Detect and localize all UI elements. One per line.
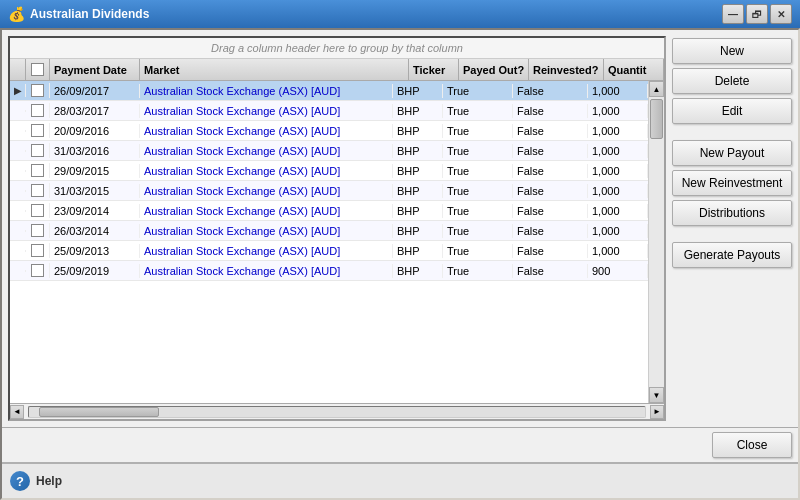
- row-checkbox[interactable]: [31, 164, 44, 177]
- edit-button[interactable]: Edit: [672, 98, 792, 124]
- scroll-down-button[interactable]: ▼: [649, 387, 664, 403]
- row-reinvest: False: [513, 184, 588, 198]
- row-checkbox-cell[interactable]: [26, 203, 50, 218]
- title-bar-controls: — 🗗 ✕: [722, 4, 792, 24]
- close-button[interactable]: Close: [712, 432, 792, 458]
- grid-body[interactable]: ▶ 26/09/2017 Australian Stock Exchange (…: [10, 81, 648, 403]
- col-header-date[interactable]: Payment Date: [50, 59, 140, 80]
- row-arrow-icon: ▶: [14, 85, 22, 96]
- scroll-right-button[interactable]: ►: [650, 405, 664, 419]
- scroll-track[interactable]: [649, 97, 664, 387]
- new-payout-button[interactable]: New Payout: [672, 140, 792, 166]
- row-checkbox-cell[interactable]: [26, 103, 50, 118]
- scroll-left-button[interactable]: ◄: [10, 405, 24, 419]
- minimize-button[interactable]: —: [722, 4, 744, 24]
- col-header-reinvest[interactable]: Reinvested?: [529, 59, 604, 80]
- help-icon: ?: [10, 471, 30, 491]
- col-header-indicator[interactable]: [10, 59, 26, 80]
- row-checkbox[interactable]: [31, 224, 44, 237]
- row-checkbox[interactable]: [31, 244, 44, 257]
- row-reinvest: False: [513, 264, 588, 278]
- table-row[interactable]: 20/09/2016 Australian Stock Exchange (AS…: [10, 121, 648, 141]
- row-ticker: BHP: [393, 84, 443, 98]
- table-row[interactable]: 29/09/2015 Australian Stock Exchange (AS…: [10, 161, 648, 181]
- row-checkbox-cell[interactable]: [26, 183, 50, 198]
- row-checkbox-cell[interactable]: [26, 243, 50, 258]
- row-reinvest: False: [513, 124, 588, 138]
- row-market: Australian Stock Exchange (ASX) [AUD]: [140, 204, 393, 218]
- table-row[interactable]: 25/09/2013 Australian Stock Exchange (AS…: [10, 241, 648, 261]
- restore-button[interactable]: 🗗: [746, 4, 768, 24]
- table-row[interactable]: ▶ 26/09/2017 Australian Stock Exchange (…: [10, 81, 648, 101]
- help-bar: ? Help: [2, 462, 798, 498]
- col-header-quantity[interactable]: Quantit: [604, 59, 664, 80]
- row-payout: True: [443, 104, 513, 118]
- generate-payouts-button[interactable]: Generate Payouts: [672, 242, 792, 268]
- row-checkbox-cell[interactable]: [26, 83, 50, 98]
- row-reinvest: False: [513, 244, 588, 258]
- row-date: 25/09/2013: [50, 244, 140, 258]
- row-payout: True: [443, 264, 513, 278]
- scroll-thumb[interactable]: [650, 99, 663, 139]
- delete-button[interactable]: Delete: [672, 68, 792, 94]
- col-header-payout[interactable]: Payed Out?: [459, 59, 529, 80]
- row-payout: True: [443, 144, 513, 158]
- header-checkbox[interactable]: [31, 63, 44, 76]
- row-market: Australian Stock Exchange (ASX) [AUD]: [140, 124, 393, 138]
- row-ticker: BHP: [393, 124, 443, 138]
- col-header-checkbox[interactable]: [26, 59, 50, 80]
- row-ticker: BHP: [393, 104, 443, 118]
- row-checkbox[interactable]: [31, 144, 44, 157]
- scroll-track-h[interactable]: [28, 406, 646, 418]
- new-button[interactable]: New: [672, 38, 792, 64]
- row-checkbox[interactable]: [31, 264, 44, 277]
- horizontal-scroll-container[interactable]: ◄ ►: [10, 403, 664, 419]
- row-quantity: 1,000: [588, 204, 648, 218]
- button-spacer-1: [672, 128, 792, 136]
- row-checkbox-cell[interactable]: [26, 123, 50, 138]
- distributions-button[interactable]: Distributions: [672, 200, 792, 226]
- table-row[interactable]: 26/03/2014 Australian Stock Exchange (AS…: [10, 221, 648, 241]
- col-header-market[interactable]: Market: [140, 59, 409, 80]
- row-checkbox-cell[interactable]: [26, 163, 50, 178]
- app-icon: 💰: [8, 6, 24, 22]
- row-date: 29/09/2015: [50, 164, 140, 178]
- grid-container: Drag a column header here to group by th…: [8, 36, 666, 421]
- row-reinvest: False: [513, 224, 588, 238]
- scroll-thumb-h[interactable]: [39, 407, 159, 417]
- row-indicator: [10, 110, 26, 112]
- row-checkbox[interactable]: [31, 204, 44, 217]
- bottom-bar: Close: [2, 427, 798, 462]
- table-row[interactable]: 31/03/2016 Australian Stock Exchange (AS…: [10, 141, 648, 161]
- row-market: Australian Stock Exchange (ASX) [AUD]: [140, 264, 393, 278]
- row-reinvest: False: [513, 204, 588, 218]
- row-date: 26/03/2014: [50, 224, 140, 238]
- row-indicator: [10, 190, 26, 192]
- row-checkbox[interactable]: [31, 184, 44, 197]
- vertical-scrollbar[interactable]: ▲ ▼: [648, 81, 664, 403]
- row-checkbox[interactable]: [31, 84, 44, 97]
- drag-hint: Drag a column header here to group by th…: [10, 38, 664, 59]
- table-row[interactable]: 25/09/2019 Australian Stock Exchange (AS…: [10, 261, 648, 281]
- table-row[interactable]: 23/09/2014 Australian Stock Exchange (AS…: [10, 201, 648, 221]
- row-checkbox[interactable]: [31, 104, 44, 117]
- close-window-button[interactable]: ✕: [770, 4, 792, 24]
- row-date: 26/09/2017: [50, 84, 140, 98]
- table-row[interactable]: 28/03/2017 Australian Stock Exchange (AS…: [10, 101, 648, 121]
- row-market: Australian Stock Exchange (ASX) [AUD]: [140, 184, 393, 198]
- row-payout: True: [443, 184, 513, 198]
- row-checkbox[interactable]: [31, 124, 44, 137]
- row-checkbox-cell[interactable]: [26, 223, 50, 238]
- row-checkbox-cell[interactable]: [26, 263, 50, 278]
- row-date: 31/03/2015: [50, 184, 140, 198]
- grid-with-scroll: ▶ 26/09/2017 Australian Stock Exchange (…: [10, 81, 664, 403]
- table-row[interactable]: 31/03/2015 Australian Stock Exchange (AS…: [10, 181, 648, 201]
- row-indicator: ▶: [10, 84, 26, 97]
- new-reinvestment-button[interactable]: New Reinvestment: [672, 170, 792, 196]
- col-header-ticker[interactable]: Ticker: [409, 59, 459, 80]
- scroll-up-button[interactable]: ▲: [649, 81, 664, 97]
- row-ticker: BHP: [393, 164, 443, 178]
- row-checkbox-cell[interactable]: [26, 143, 50, 158]
- row-quantity: 1,000: [588, 84, 648, 98]
- window-title: Australian Dividends: [30, 7, 149, 21]
